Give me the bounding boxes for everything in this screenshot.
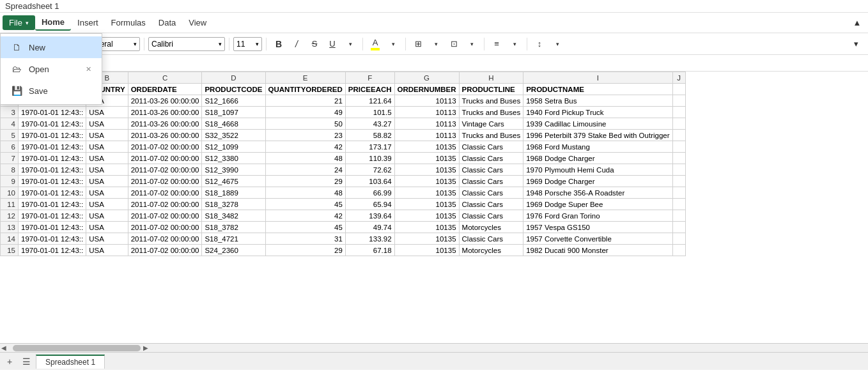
cell[interactable]: 110.39 — [345, 153, 394, 164]
italic-btn[interactable]: / — [288, 36, 305, 52]
cell[interactable]: 1969 Dodge Charger — [523, 176, 672, 187]
cell[interactable]: 2011-07-02 00:00:00 — [128, 176, 202, 187]
dropdown-item-save[interactable]: 💾 Save — [1, 80, 102, 102]
cell[interactable]: 1970-01-01 12:43:: — [19, 107, 86, 118]
cell[interactable]: ORDERNUMBER — [394, 84, 459, 95]
h-scroll-thumb[interactable] — [13, 345, 141, 351]
col-header-j[interactable]: J — [672, 72, 685, 84]
cell[interactable]: 48 — [265, 153, 345, 164]
cell[interactable]: 2011-03-26 00:00:00 — [128, 130, 202, 141]
cell[interactable]: S24_2360 — [202, 245, 265, 256]
cell[interactable]: 10135 — [394, 199, 459, 210]
col-header-h[interactable]: H — [459, 72, 523, 84]
align-left-btn[interactable]: ≡ — [488, 36, 505, 52]
cell[interactable]: USA — [86, 222, 128, 233]
cell[interactable] — [672, 210, 685, 222]
cell[interactable]: S12_1666 — [202, 95, 265, 107]
cell[interactable]: 1982 Ducati 900 Monster — [523, 245, 672, 256]
cell[interactable]: 1970-01-01 12:43:: — [19, 187, 86, 199]
cell[interactable]: 1970-01-01 12:43:: — [19, 210, 86, 222]
cell[interactable]: Trucks and Buses — [459, 130, 523, 141]
cell[interactable]: 2011-07-02 00:00:00 — [128, 233, 202, 245]
cell[interactable] — [672, 84, 685, 95]
cell[interactable]: 2011-07-02 00:00:00 — [128, 245, 202, 256]
cell[interactable]: QUANTITYORDERED — [265, 84, 345, 95]
cell[interactable]: S18_1097 — [202, 107, 265, 118]
cell[interactable]: 1976 Ford Gran Torino — [523, 210, 672, 222]
cell[interactable]: PRODUCTCODE — [202, 84, 265, 95]
cell[interactable]: 1970-01-01 12:43:: — [19, 118, 86, 130]
cell[interactable]: 10113 — [394, 95, 459, 107]
cell[interactable] — [672, 153, 685, 164]
cell[interactable]: 10135 — [394, 222, 459, 233]
cell[interactable]: 1970-01-01 12:43:: — [19, 176, 86, 187]
cell[interactable]: 45 — [265, 199, 345, 210]
cell[interactable]: S18_3782 — [202, 222, 265, 233]
sheet-tab-1[interactable]: Spreadsheet 1 — [36, 355, 105, 369]
cell[interactable]: 66.99 — [345, 187, 394, 199]
cell[interactable]: 2011-07-02 00:00:00 — [128, 210, 202, 222]
col-header-e[interactable]: E — [265, 72, 345, 84]
merge-btn[interactable]: ⊡ — [446, 36, 462, 52]
cell[interactable]: Motorcycles — [459, 245, 523, 256]
highlight-btn[interactable]: A — [367, 36, 384, 52]
cell[interactable]: Classic Cars — [459, 210, 523, 222]
cell[interactable]: S12_3380 — [202, 153, 265, 164]
cell[interactable]: 1958 Setra Bus — [523, 95, 672, 107]
cell[interactable]: 1970-01-01 12:43:: — [19, 199, 86, 210]
menu-item-formulas[interactable]: Formulas — [105, 15, 152, 30]
cell[interactable] — [672, 199, 685, 210]
cell[interactable]: 29 — [265, 176, 345, 187]
cell[interactable]: S12_4675 — [202, 176, 265, 187]
underline-btn[interactable]: U — [324, 36, 341, 52]
cell[interactable]: USA — [86, 164, 128, 176]
cell[interactable]: 10135 — [394, 153, 459, 164]
menu-item-insert[interactable]: Insert — [71, 15, 105, 30]
cell[interactable]: 2011-03-26 00:00:00 — [128, 95, 202, 107]
cell[interactable]: ORDERDATE — [128, 84, 202, 95]
sheet-list-btn[interactable]: ☰ — [19, 355, 33, 369]
cell[interactable]: 2011-07-02 00:00:00 — [128, 222, 202, 233]
cell[interactable]: 29 — [265, 245, 345, 256]
cell[interactable]: USA — [86, 245, 128, 256]
cell[interactable]: 21 — [265, 95, 345, 107]
cell[interactable]: USA — [86, 130, 128, 141]
sort-btn[interactable]: ↕ — [531, 36, 548, 52]
cell[interactable]: Classic Cars — [459, 164, 523, 176]
cell[interactable]: 10135 — [394, 210, 459, 222]
sort-dropdown-btn[interactable]: ▾ — [549, 36, 566, 52]
cell[interactable] — [672, 107, 685, 118]
menu-item-file[interactable]: File ▾ — [3, 15, 35, 30]
cell[interactable]: 1969 Dodge Super Bee — [523, 199, 672, 210]
cell[interactable]: S18_1889 — [202, 187, 265, 199]
cell[interactable]: S12_3990 — [202, 164, 265, 176]
cell[interactable]: 2011-03-26 00:00:00 — [128, 118, 202, 130]
cell[interactable]: 24 — [265, 164, 345, 176]
cell[interactable]: 45 — [265, 222, 345, 233]
cell[interactable]: 1970-01-01 12:43:: — [19, 233, 86, 245]
collapse-ribbon-icon[interactable]: ▲ — [849, 15, 865, 31]
cell[interactable]: 10135 — [394, 141, 459, 153]
cell[interactable]: 1957 Corvette Convertible — [523, 233, 672, 245]
strikethrough-btn[interactable]: S — [306, 36, 323, 52]
menu-item-home[interactable]: Home — [35, 15, 71, 31]
cell[interactable]: 43.27 — [345, 118, 394, 130]
cell[interactable]: 72.62 — [345, 164, 394, 176]
cell[interactable]: 2011-07-02 00:00:00 — [128, 187, 202, 199]
cell[interactable]: 1939 Cadillac Limousine — [523, 118, 672, 130]
cell[interactable]: 103.64 — [345, 176, 394, 187]
cell[interactable]: USA — [86, 233, 128, 245]
cell[interactable]: 58.82 — [345, 130, 394, 141]
cell[interactable]: 1940 Ford Pickup Truck — [523, 107, 672, 118]
cell[interactable]: USA — [86, 199, 128, 210]
borders-btn[interactable]: ⊞ — [410, 36, 426, 52]
cell[interactable]: 67.18 — [345, 245, 394, 256]
cell[interactable]: Classic Cars — [459, 141, 523, 153]
highlight-dropdown-btn[interactable]: ▾ — [385, 36, 401, 52]
cell[interactable]: 1970-01-01 12:43:: — [19, 222, 86, 233]
cell[interactable]: USA — [86, 210, 128, 222]
cell[interactable]: Trucks and Buses — [459, 95, 523, 107]
cell[interactable] — [672, 164, 685, 176]
cell[interactable]: 1970-01-01 12:43:: — [19, 164, 86, 176]
cell[interactable] — [672, 233, 685, 245]
